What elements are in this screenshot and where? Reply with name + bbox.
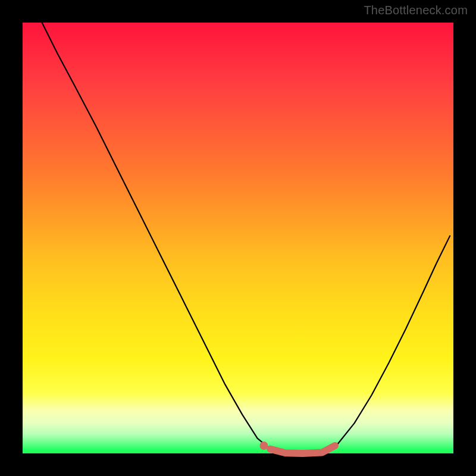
chart-frame: TheBottleneck.com	[0, 0, 476, 476]
chart-svg	[23, 23, 453, 453]
series-highlight-segment	[270, 446, 335, 453]
highlight-dot	[259, 441, 268, 450]
plot-area	[23, 23, 453, 453]
series-curve	[42, 23, 450, 453]
attribution-text: TheBottleneck.com	[364, 4, 468, 17]
